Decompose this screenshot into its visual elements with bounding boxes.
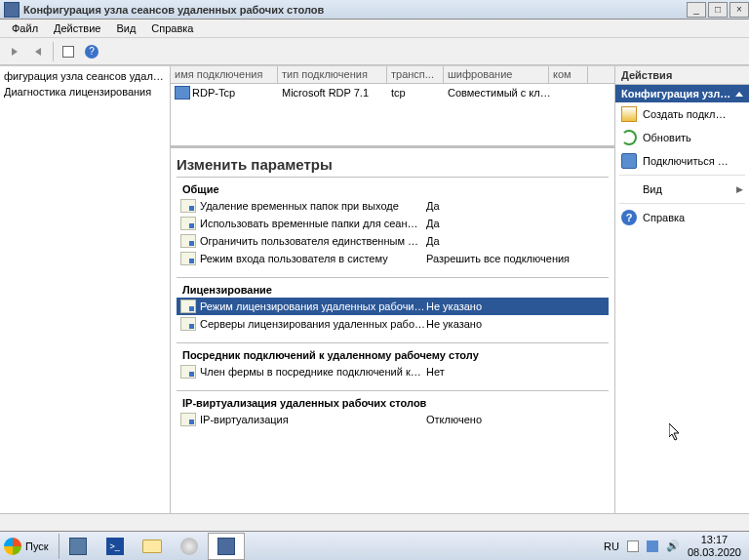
connection-row[interactable]: RDP-Tcp Microsoft RDP 7.1 tcp Совместимы… [171,84,614,101]
taskbar-servermgr[interactable] [59,533,97,560]
section-ipvirt: IP-виртуализация удаленных рабочих столо… [177,390,609,438]
param-login-mode[interactable]: Режим входа пользователя в системуРазреш… [177,250,609,267]
section-broker: Посредник подключений к удаленному рабоч… [177,342,609,390]
param-delete-temp[interactable]: Удаление временных папок при выходеДа [177,197,609,215]
menu-help[interactable]: Справка [143,20,201,36]
refresh-icon [621,130,637,145]
taskbar-app1[interactable] [171,533,208,560]
back-button[interactable] [4,41,25,62]
param-icon [180,365,196,379]
col-transport[interactable]: трансп... [387,66,444,83]
systray: RU 🔊 13:17 08.03.2020 [604,534,749,557]
statusbar [0,513,749,531]
help-button[interactable]: ? [81,41,102,62]
param-icon [180,217,196,230]
param-restrict-user[interactable]: Ограничить пользователя единственным …Да [177,232,609,250]
collapse-up-icon [735,92,743,97]
clock-date: 08.03.2020 [688,546,741,558]
body: фигурация узла сеансов удаленных Диагнос… [0,65,749,513]
section-licensing: Лицензирование Режим лицензирования удал… [177,277,609,342]
center-pane: имя подключения тип подключения трансп..… [171,66,615,513]
clock[interactable]: 13:17 08.03.2020 [688,534,741,557]
action-help[interactable]: ?Справка [615,206,749,229]
menu-action[interactable]: Действие [46,20,108,36]
actions-subhead[interactable]: Конфигурация узл… [615,85,749,102]
menu-view[interactable]: Вид [108,20,143,36]
param-icon [180,413,196,426]
col-comment[interactable]: ком [549,66,588,83]
rdp-icon [175,86,190,100]
taskbar-powershell[interactable]: >_ [97,533,134,560]
blank-icon [621,181,637,197]
actions-pane: Действия Конфигурация узл… Создать подкл… [615,66,749,513]
maximize-button[interactable]: □ [708,2,728,18]
taskbar: Пуск >_ RU 🔊 13:17 08.03.2020 [0,531,749,560]
action-sep [619,203,745,204]
actions-title: Действия [615,66,749,85]
col-type[interactable]: тип подключения [278,66,387,83]
toolbar: ? [0,38,749,65]
action-sep [619,175,745,176]
action-create[interactable]: Создать подкл… [615,102,749,126]
conn-enc: Совместимый с кл… [444,87,588,99]
close-button[interactable]: × [729,2,749,18]
minimize-button[interactable]: _ [687,2,706,18]
nav-item-config[interactable]: фигурация узла сеансов удаленных [0,68,170,84]
section-general-title: Общие [177,181,609,197]
action-refresh[interactable]: Обновить [615,126,749,149]
section-licensing-title: Лицензирование [177,282,609,298]
menubar: Файл Действие Вид Справка [0,20,749,38]
taskbar-explorer[interactable] [134,533,171,560]
titlebar[interactable]: Конфигурация узла сеансов удаленных рабо… [0,0,749,20]
list-header: имя подключения тип подключения трансп..… [171,66,614,84]
section-general: Общие Удаление временных папок при выход… [177,177,609,277]
param-farm-member[interactable]: Член фермы в посреднике подключений к…Не… [177,363,609,380]
action-connect[interactable]: Подключиться … [615,149,749,173]
start-label: Пуск [25,540,49,552]
taskbar-current-app[interactable] [208,533,245,560]
new-icon [621,106,637,122]
col-name[interactable]: имя подключения [171,66,278,83]
menu-file[interactable]: Файл [4,20,46,36]
windows-logo-icon [4,538,21,555]
toolbar-sep [53,42,54,61]
section-ipvirt-title: IP-виртуализация удаленных рабочих столо… [177,395,609,411]
connect-icon [621,153,637,169]
action-view[interactable]: Вид▶ [615,178,749,201]
col-enc[interactable]: шифрование [444,66,549,83]
conn-type: Microsoft RDP 7.1 [278,87,387,99]
section-broker-title: Посредник подключений к удаленному рабоч… [177,347,609,363]
params-title: Изменить параметры [177,156,609,173]
param-ip-virt[interactable]: IP-виртуализацияОтключено [177,411,609,428]
param-icon [180,300,196,313]
nav-item-diag[interactable]: Диагностика лицензирования [0,84,170,100]
main-window: Конфигурация узла сеансов удаленных рабо… [0,0,749,560]
param-icon [180,252,196,265]
param-icon [180,317,196,331]
lang-indicator[interactable]: RU [604,540,619,552]
chevron-right-icon: ▶ [736,184,743,194]
start-button[interactable]: Пуск [0,533,59,560]
params-pane: Изменить параметры Общие Удаление времен… [171,145,614,513]
help-icon: ? [621,210,637,225]
conn-transport: tcp [387,87,444,99]
param-icon [180,234,196,248]
param-licensing-servers[interactable]: Серверы лицензирования удаленных рабо…Не… [177,315,609,333]
param-icon [180,199,196,213]
param-use-temp[interactable]: Использовать временные папки для сеан…Да [177,215,609,232]
forward-button[interactable] [27,41,49,62]
tray-sound-icon[interactable]: 🔊 [666,540,680,552]
clock-time: 13:17 [688,534,741,545]
param-licensing-mode[interactable]: Режим лицензирования удаленных рабочи…Не… [177,298,609,315]
tray-network-icon[interactable] [647,540,658,552]
window-title: Конфигурация узла сеансов удаленных рабо… [23,4,685,16]
tray-flag-icon[interactable] [627,540,639,552]
show-hide-button[interactable] [58,41,79,62]
app-icon [4,2,20,18]
conn-name: RDP-Tcp [192,87,235,99]
nav-tree: фигурация узла сеансов удаленных Диагнос… [0,66,171,513]
